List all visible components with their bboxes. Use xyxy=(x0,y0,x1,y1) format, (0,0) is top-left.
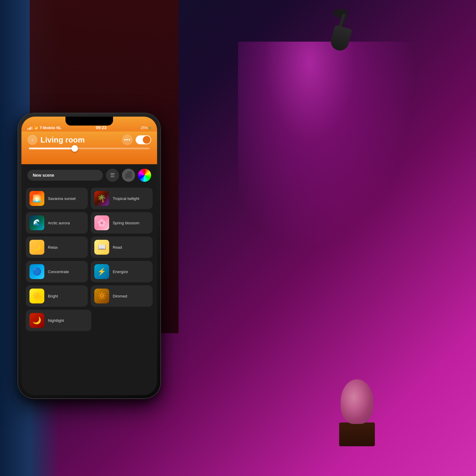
scene-row-1: Savanna sunset Tropical twilight xyxy=(26,188,153,209)
scene-row-4: Concentrate Energize xyxy=(26,261,153,282)
sculpture-pedestal xyxy=(339,422,375,446)
scene-label-energize: Energize xyxy=(113,270,128,274)
back-chevron-icon: ‹ xyxy=(32,137,33,143)
signal-bar-4 xyxy=(32,127,33,130)
scene-label-tropical-twilight: Tropical twilight xyxy=(113,196,139,201)
scene-thumb-bright xyxy=(29,289,44,303)
brightness-thumb[interactable] xyxy=(71,145,78,152)
scene-row-empty-slot xyxy=(94,310,153,331)
phone-outer-frame: 📶 T-Mobile NL 09:23 25% ▮ ‹ Living room xyxy=(18,113,161,399)
scene-label-relax: Relax xyxy=(48,245,58,250)
scene-label-concentrate: Concentrate xyxy=(48,270,69,274)
phone-notch xyxy=(65,117,113,126)
signal-bar-2 xyxy=(29,128,30,130)
scene-item-tropical-twilight[interactable]: Tropical twilight xyxy=(91,188,153,209)
scene-thumb-dimmed xyxy=(94,289,109,303)
scene-item-energize[interactable]: Energize xyxy=(91,261,153,282)
scene-item-bright[interactable]: Bright xyxy=(26,285,88,307)
signal-bar-3 xyxy=(30,127,31,130)
scene-label-savanna-sunset: Savanna sunset xyxy=(48,196,76,201)
scenes-toolbar: New scene ☰ ⬛ 🎨 xyxy=(21,164,157,186)
scenes-view-button[interactable]: ⬛ xyxy=(122,169,135,182)
wifi-icon: 📶 xyxy=(34,126,38,130)
scene-label-bright: Bright xyxy=(48,294,58,298)
color-wheel-icon: 🎨 xyxy=(141,171,149,179)
scene-label-dimmed: Dimmed xyxy=(113,294,127,298)
brightness-row xyxy=(27,148,151,149)
more-dots-icon: ••• xyxy=(124,137,131,143)
back-button[interactable]: ‹ xyxy=(27,135,37,145)
signal-bar-1 xyxy=(27,129,28,130)
list-view-button[interactable]: ☰ xyxy=(106,169,119,182)
scene-thumb-savanna-sunset xyxy=(29,191,44,206)
status-time: 09:23 xyxy=(62,125,141,130)
status-right: 25% ▮ xyxy=(141,126,151,130)
scene-label-arctic-aurora: Arctic aurora xyxy=(48,221,70,225)
color-picker-button[interactable]: 🎨 xyxy=(138,169,151,182)
carrier-label: T-Mobile NL xyxy=(40,126,62,130)
scenes-grid: Savanna sunset Tropical twilight Arctic … xyxy=(21,186,157,333)
scene-thumb-relax xyxy=(29,240,44,255)
scene-label-nightlight: Nightlight xyxy=(48,318,64,323)
scene-label-spring-blossom: Spring blossom xyxy=(113,221,140,225)
header-row: ‹ Living room ••• xyxy=(27,134,151,145)
scene-label-read: Read xyxy=(113,245,122,250)
scene-thumb-arctic-aurora xyxy=(29,215,44,230)
sculpture-decoration xyxy=(339,379,375,446)
scene-row-2: Arctic aurora Spring blossom xyxy=(26,212,153,234)
app-header: ‹ Living room ••• xyxy=(21,131,157,164)
phone-screen: 📶 T-Mobile NL 09:23 25% ▮ ‹ Living room xyxy=(21,117,157,395)
scene-thumb-concentrate xyxy=(29,264,44,279)
brightness-slider[interactable] xyxy=(29,148,150,149)
scene-item-relax[interactable]: Relax xyxy=(26,237,88,258)
status-left: 📶 T-Mobile NL xyxy=(27,126,62,130)
more-options-button[interactable]: ••• xyxy=(122,134,133,145)
scene-item-spring-blossom[interactable]: Spring blossom xyxy=(91,212,153,234)
room-power-toggle[interactable] xyxy=(136,135,151,144)
sculpture-head xyxy=(341,379,373,424)
app-content: New scene ☰ ⬛ 🎨 xyxy=(21,164,157,395)
battery-icon: ▮ xyxy=(149,126,151,130)
new-scene-button[interactable]: New scene xyxy=(27,170,103,181)
room-title: Living room xyxy=(40,135,119,145)
list-icon: ☰ xyxy=(110,172,115,178)
scene-thumb-energize xyxy=(94,264,109,279)
scene-thumb-tropical-twilight xyxy=(94,191,109,206)
toggle-knob xyxy=(143,136,151,144)
signal-bars-icon xyxy=(27,126,33,130)
scene-item-dimmed[interactable]: Dimmed xyxy=(91,285,153,307)
brightness-fill xyxy=(29,148,77,149)
battery-percent-label: 25% xyxy=(141,126,148,130)
scene-item-concentrate[interactable]: Concentrate xyxy=(26,261,88,282)
scene-item-read[interactable]: Read xyxy=(91,237,153,258)
scene-thumb-nightlight xyxy=(29,313,44,328)
scene-item-savanna-sunset[interactable]: Savanna sunset xyxy=(26,188,88,209)
scene-row-6: Nightlight xyxy=(26,310,153,331)
scene-thumb-spring-blossom xyxy=(94,215,109,230)
purple-wall xyxy=(178,0,476,476)
scene-item-nightlight[interactable]: Nightlight xyxy=(26,310,91,331)
scene-thumb-read xyxy=(94,240,109,255)
scene-row-3: Relax Read xyxy=(26,237,153,258)
scene-item-arctic-aurora[interactable]: Arctic aurora xyxy=(26,212,88,234)
scene-row-5: Bright Dimmed xyxy=(26,285,153,307)
phone-mockup: 📶 T-Mobile NL 09:23 25% ▮ ‹ Living room xyxy=(18,113,161,399)
scenes-icon: ⬛ xyxy=(125,171,133,179)
